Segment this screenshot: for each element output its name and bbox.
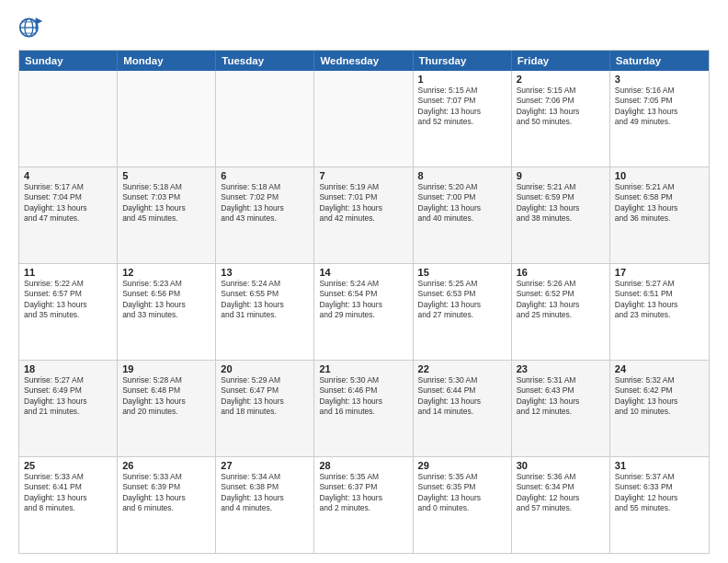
calendar-week-3: 18Sunrise: 5:27 AM Sunset: 6:49 PM Dayli… <box>19 361 709 457</box>
calendar-cell-w2-d2: 13Sunrise: 5:24 AM Sunset: 6:55 PM Dayli… <box>216 264 314 360</box>
header <box>18 15 710 40</box>
cell-text-block: Sunrise: 5:22 AM Sunset: 6:57 PM Dayligh… <box>24 279 112 321</box>
day-number: 24 <box>615 363 704 374</box>
calendar-cell-w3-d5: 23Sunrise: 5:31 AM Sunset: 6:43 PM Dayli… <box>512 361 610 456</box>
cell-text-block: Sunrise: 5:25 AM Sunset: 6:53 PM Dayligh… <box>418 279 506 321</box>
calendar-cell-w1-d0: 4Sunrise: 5:17 AM Sunset: 7:04 PM Daylig… <box>19 167 118 263</box>
day-number: 27 <box>221 460 309 471</box>
cell-text-block: Sunrise: 5:21 AM Sunset: 6:59 PM Dayligh… <box>517 182 605 224</box>
calendar-week-4: 25Sunrise: 5:33 AM Sunset: 6:41 PM Dayli… <box>19 457 709 553</box>
calendar-cell-w0-d3 <box>314 71 413 167</box>
cell-text-block: Sunrise: 5:27 AM Sunset: 6:49 PM Dayligh… <box>24 375 112 418</box>
day-number: 21 <box>319 363 407 374</box>
calendar-cell-w4-d3: 28Sunrise: 5:35 AM Sunset: 6:37 PM Dayli… <box>314 457 413 553</box>
header-day-tuesday: Tuesday <box>216 51 314 71</box>
header-day-saturday: Saturday <box>610 51 709 71</box>
day-number: 14 <box>319 267 407 278</box>
calendar-cell-w1-d3: 7Sunrise: 5:19 AM Sunset: 7:01 PM Daylig… <box>314 167 413 263</box>
calendar-cell-w4-d4: 29Sunrise: 5:35 AM Sunset: 6:35 PM Dayli… <box>414 457 512 553</box>
cell-text-block: Sunrise: 5:16 AM Sunset: 7:05 PM Dayligh… <box>615 86 704 128</box>
calendar-cell-w4-d6: 31Sunrise: 5:37 AM Sunset: 6:33 PM Dayli… <box>610 457 709 553</box>
calendar-cell-w0-d0 <box>19 71 118 167</box>
calendar-cell-w1-d2: 6Sunrise: 5:18 AM Sunset: 7:02 PM Daylig… <box>216 167 314 263</box>
calendar-cell-w1-d6: 10Sunrise: 5:21 AM Sunset: 6:58 PM Dayli… <box>610 167 709 263</box>
cell-text-block: Sunrise: 5:36 AM Sunset: 6:34 PM Dayligh… <box>517 472 605 514</box>
cell-text-block: Sunrise: 5:21 AM Sunset: 6:58 PM Dayligh… <box>615 182 704 224</box>
day-number: 1 <box>418 74 506 85</box>
calendar-cell-w2-d5: 16Sunrise: 5:26 AM Sunset: 6:52 PM Dayli… <box>512 264 610 360</box>
calendar-cell-w0-d1 <box>118 71 216 167</box>
calendar-cell-w1-d5: 9Sunrise: 5:21 AM Sunset: 6:59 PM Daylig… <box>512 167 610 263</box>
day-number: 23 <box>517 363 605 374</box>
cell-text-block: Sunrise: 5:20 AM Sunset: 7:00 PM Dayligh… <box>418 182 506 224</box>
cell-text-block: Sunrise: 5:28 AM Sunset: 6:48 PM Dayligh… <box>122 375 210 418</box>
day-number: 4 <box>24 170 112 181</box>
calendar-cell-w4-d2: 27Sunrise: 5:34 AM Sunset: 6:38 PM Dayli… <box>216 457 314 553</box>
calendar-cell-w3-d0: 18Sunrise: 5:27 AM Sunset: 6:49 PM Dayli… <box>19 361 118 456</box>
day-number: 31 <box>615 460 704 471</box>
cell-text-block: Sunrise: 5:30 AM Sunset: 6:44 PM Dayligh… <box>418 375 506 418</box>
calendar-cell-w0-d2 <box>216 71 314 167</box>
day-number: 25 <box>24 460 112 471</box>
page: SundayMondayTuesdayWednesdayThursdayFrid… <box>0 0 728 563</box>
cell-text-block: Sunrise: 5:24 AM Sunset: 6:54 PM Dayligh… <box>319 279 407 321</box>
day-number: 15 <box>418 267 506 278</box>
cell-text-block: Sunrise: 5:35 AM Sunset: 6:37 PM Dayligh… <box>319 472 407 514</box>
day-number: 11 <box>24 267 112 278</box>
cell-text-block: Sunrise: 5:24 AM Sunset: 6:55 PM Dayligh… <box>221 279 309 321</box>
calendar-week-2: 11Sunrise: 5:22 AM Sunset: 6:57 PM Dayli… <box>19 264 709 361</box>
day-number: 17 <box>615 267 704 278</box>
svg-marker-6 <box>36 18 42 25</box>
calendar-cell-w0-d5: 2Sunrise: 5:15 AM Sunset: 7:06 PM Daylig… <box>512 71 610 167</box>
day-number: 10 <box>615 170 704 181</box>
cell-text-block: Sunrise: 5:19 AM Sunset: 7:01 PM Dayligh… <box>319 182 407 224</box>
calendar-cell-w1-d1: 5Sunrise: 5:18 AM Sunset: 7:03 PM Daylig… <box>118 167 216 263</box>
day-number: 30 <box>517 460 605 471</box>
day-number: 13 <box>221 267 309 278</box>
day-number: 7 <box>319 170 407 181</box>
cell-text-block: Sunrise: 5:31 AM Sunset: 6:43 PM Dayligh… <box>517 375 605 418</box>
day-number: 29 <box>418 460 506 471</box>
day-number: 22 <box>418 363 506 374</box>
calendar-cell-w2-d6: 17Sunrise: 5:27 AM Sunset: 6:51 PM Dayli… <box>610 264 709 360</box>
cell-text-block: Sunrise: 5:23 AM Sunset: 6:56 PM Dayligh… <box>122 279 210 321</box>
calendar-cell-w3-d2: 20Sunrise: 5:29 AM Sunset: 6:47 PM Dayli… <box>216 361 314 456</box>
day-number: 5 <box>122 170 210 181</box>
header-day-thursday: Thursday <box>414 51 512 71</box>
day-number: 20 <box>221 363 309 374</box>
header-day-friday: Friday <box>512 51 610 71</box>
calendar-cell-w3-d4: 22Sunrise: 5:30 AM Sunset: 6:44 PM Dayli… <box>414 361 512 456</box>
cell-text-block: Sunrise: 5:34 AM Sunset: 6:38 PM Dayligh… <box>221 472 309 514</box>
cell-text-block: Sunrise: 5:32 AM Sunset: 6:42 PM Dayligh… <box>615 375 704 418</box>
day-number: 12 <box>122 267 210 278</box>
day-number: 3 <box>615 74 704 85</box>
calendar-cell-w1-d4: 8Sunrise: 5:20 AM Sunset: 7:00 PM Daylig… <box>414 167 512 263</box>
day-number: 26 <box>122 460 210 471</box>
cell-text-block: Sunrise: 5:15 AM Sunset: 7:06 PM Dayligh… <box>517 86 605 128</box>
cell-text-block: Sunrise: 5:18 AM Sunset: 7:02 PM Dayligh… <box>221 182 309 224</box>
calendar-cell-w2-d4: 15Sunrise: 5:25 AM Sunset: 6:53 PM Dayli… <box>414 264 512 360</box>
day-number: 6 <box>221 170 309 181</box>
cell-text-block: Sunrise: 5:33 AM Sunset: 6:39 PM Dayligh… <box>122 472 210 514</box>
calendar-cell-w2-d1: 12Sunrise: 5:23 AM Sunset: 6:56 PM Dayli… <box>118 264 216 360</box>
calendar: SundayMondayTuesdayWednesdayThursdayFrid… <box>18 50 710 554</box>
cell-text-block: Sunrise: 5:15 AM Sunset: 7:07 PM Dayligh… <box>418 86 506 128</box>
calendar-week-0: 1Sunrise: 5:15 AM Sunset: 7:07 PM Daylig… <box>19 71 709 167</box>
header-day-wednesday: Wednesday <box>314 51 413 71</box>
calendar-cell-w3-d6: 24Sunrise: 5:32 AM Sunset: 6:42 PM Dayli… <box>610 361 709 456</box>
calendar-body: 1Sunrise: 5:15 AM Sunset: 7:07 PM Daylig… <box>19 71 709 553</box>
calendar-cell-w2-d3: 14Sunrise: 5:24 AM Sunset: 6:54 PM Dayli… <box>314 264 413 360</box>
day-number: 16 <box>517 267 605 278</box>
day-number: 8 <box>418 170 506 181</box>
header-day-sunday: Sunday <box>19 51 118 71</box>
calendar-cell-w4-d5: 30Sunrise: 5:36 AM Sunset: 6:34 PM Dayli… <box>512 457 610 553</box>
day-number: 2 <box>517 74 605 85</box>
calendar-week-1: 4Sunrise: 5:17 AM Sunset: 7:04 PM Daylig… <box>19 167 709 264</box>
calendar-cell-w2-d0: 11Sunrise: 5:22 AM Sunset: 6:57 PM Dayli… <box>19 264 118 360</box>
calendar-cell-w0-d6: 3Sunrise: 5:16 AM Sunset: 7:05 PM Daylig… <box>610 71 709 167</box>
logo <box>18 15 48 40</box>
cell-text-block: Sunrise: 5:33 AM Sunset: 6:41 PM Dayligh… <box>24 472 112 514</box>
cell-text-block: Sunrise: 5:17 AM Sunset: 7:04 PM Dayligh… <box>24 182 112 224</box>
cell-text-block: Sunrise: 5:27 AM Sunset: 6:51 PM Dayligh… <box>615 279 704 321</box>
calendar-cell-w3-d1: 19Sunrise: 5:28 AM Sunset: 6:48 PM Dayli… <box>118 361 216 456</box>
